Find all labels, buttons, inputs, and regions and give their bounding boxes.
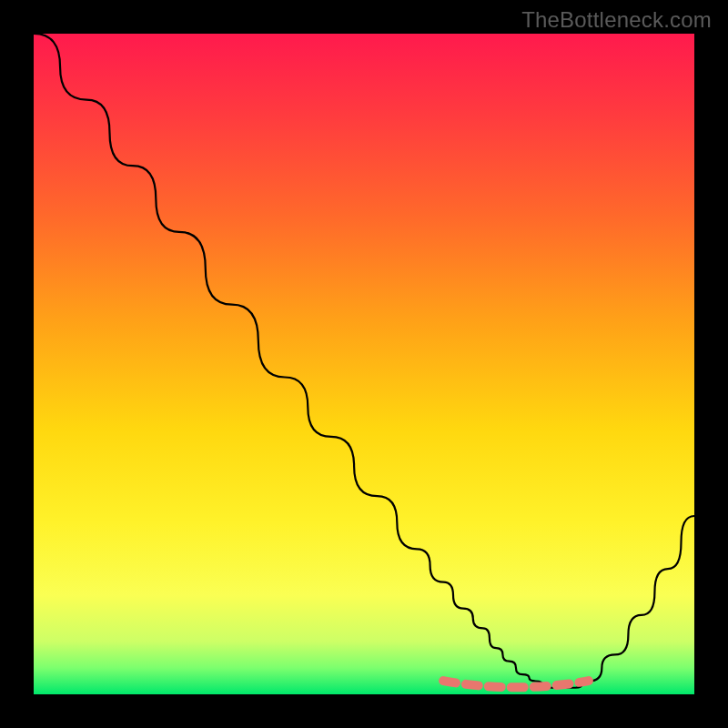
plot-area	[34, 34, 694, 694]
main-curve	[34, 34, 694, 688]
chart-curve-layer	[34, 34, 694, 694]
chart-container: TheBottleneck.com	[0, 0, 728, 728]
flat-region-marker	[443, 681, 589, 687]
watermark-text: TheBottleneck.com	[521, 7, 712, 33]
